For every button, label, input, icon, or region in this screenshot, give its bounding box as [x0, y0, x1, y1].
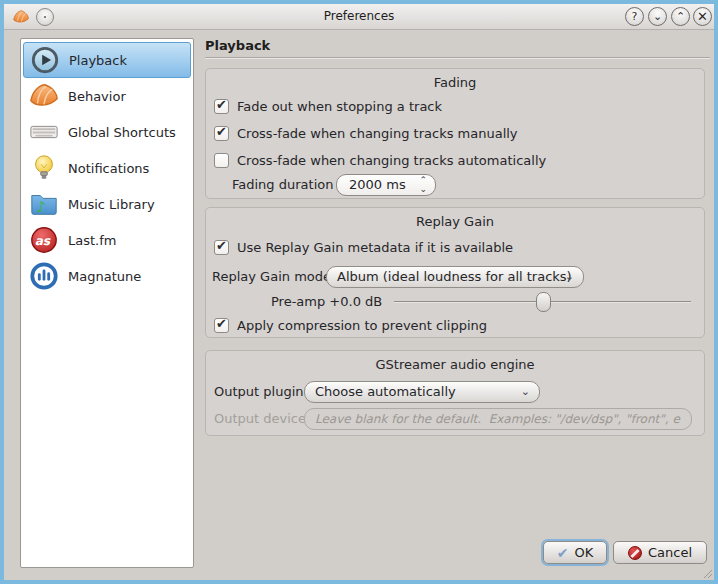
chevron-down-icon: ⌄: [521, 382, 530, 402]
crossfade-manual-label: Cross-fade when changing tracks manually: [237, 126, 518, 141]
compression-checkbox[interactable]: [214, 318, 229, 333]
sidebar-item-behavior[interactable]: Behavior: [23, 78, 191, 114]
replay-gain-group: Replay Gain Use Replay Gain metadata if …: [205, 207, 705, 338]
sidebar-item-label: Music Library: [68, 197, 155, 212]
replay-gain-group-title: Replay Gain: [206, 214, 704, 229]
sidebar-item-lastfm[interactable]: as Last.fm: [23, 222, 191, 258]
maximize-button[interactable]: ⌃: [671, 7, 690, 26]
cancel-button[interactable]: Cancel: [613, 541, 707, 564]
fading-duration-spinbox[interactable]: 2000 ms ⌃⌄: [336, 174, 436, 196]
crossfade-manual-checkbox-row[interactable]: Cross-fade when changing tracks manually: [214, 126, 518, 141]
minimize-button[interactable]: ⌄: [648, 7, 667, 26]
fade-out-checkbox[interactable]: [214, 99, 229, 114]
cancel-button-label: Cancel: [648, 545, 692, 560]
lastfm-icon: as: [29, 225, 59, 255]
fading-group-title: Fading: [206, 75, 704, 90]
resize-grip[interactable]: [704, 570, 712, 578]
sidebar-item-label: Magnatune: [68, 269, 141, 284]
replaygain-mode-combobox[interactable]: Album (ideal loudness for all tracks) ⌄: [326, 266, 584, 288]
output-plugin-combobox[interactable]: Choose automatically ⌄: [304, 381, 540, 403]
fading-duration-label: Fading duration: [232, 174, 333, 196]
crossfade-auto-checkbox[interactable]: [214, 153, 229, 168]
crossfade-auto-checkbox-row[interactable]: Cross-fade when changing tracks automati…: [214, 153, 546, 168]
replaygain-metadata-checkbox[interactable]: [214, 240, 229, 255]
output-plugin-label: Output plugin: [214, 381, 304, 403]
sidebar-item-playback[interactable]: Playback: [23, 42, 191, 78]
preamp-slider[interactable]: [394, 292, 691, 312]
replaygain-metadata-checkbox-row[interactable]: Use Replay Gain metadata if it is availa…: [214, 240, 513, 255]
fading-duration-value: 2000 ms: [349, 177, 406, 192]
window-title: Preferences: [4, 9, 714, 23]
sidebar-item-label: Playback: [69, 53, 127, 68]
output-plugin-value: Choose automatically: [315, 384, 456, 399]
output-device-label: Output device: [214, 408, 306, 430]
music-folder-icon: ♪: [29, 189, 59, 219]
gstreamer-group-title: GStreamer audio engine: [206, 357, 704, 372]
gstreamer-group: GStreamer audio engine Output plugin Cho…: [205, 350, 705, 436]
cancel-icon: [628, 546, 642, 560]
crossfade-manual-checkbox[interactable]: [214, 126, 229, 141]
fade-out-label: Fade out when stopping a track: [237, 99, 442, 114]
clementine-slice-icon: [29, 81, 59, 111]
heading-separator: [205, 57, 710, 59]
play-circle-icon: [30, 45, 60, 75]
ok-button-label: OK: [574, 545, 593, 560]
sidebar-item-label: Notifications: [68, 161, 149, 176]
fade-out-checkbox-row[interactable]: Fade out when stopping a track: [214, 99, 442, 114]
sidebar-item-label: Behavior: [68, 89, 126, 104]
sidebar-item-label: Global Shortcuts: [68, 125, 176, 140]
preamp-label: Pre-amp +0.0 dB: [271, 292, 382, 312]
magnatune-icon: [29, 261, 59, 291]
replaygain-mode-label: Replay Gain mode: [212, 266, 331, 288]
compression-checkbox-row[interactable]: Apply compression to prevent clipping: [214, 318, 487, 333]
close-button[interactable]: ✕: [693, 7, 712, 26]
preamp-slider-handle[interactable]: [536, 292, 551, 312]
svg-text:as: as: [35, 234, 51, 248]
lightbulb-icon: [29, 153, 59, 183]
preferences-dialog: Preferences ? ⌄ ⌃ ✕ Playback: [0, 0, 718, 584]
crossfade-auto-label: Cross-fade when changing tracks automati…: [237, 153, 546, 168]
sidebar-item-magnatune[interactable]: Magnatune: [23, 258, 191, 294]
compression-label: Apply compression to prevent clipping: [237, 318, 487, 333]
help-button[interactable]: ?: [625, 7, 644, 26]
sidebar-item-label: Last.fm: [68, 233, 116, 248]
spinner-arrows-icon[interactable]: ⌃⌄: [419, 176, 427, 194]
output-device-input[interactable]: [304, 408, 692, 430]
sidebar-item-music-library[interactable]: ♪ Music Library: [23, 186, 191, 222]
sidebar-item-notifications[interactable]: Notifications: [23, 150, 191, 186]
replaygain-metadata-label: Use Replay Gain metadata if it is availa…: [237, 240, 513, 255]
page-title: Playback: [205, 38, 270, 53]
category-sidebar: Playback Behavior Global: [20, 38, 194, 568]
svg-text:♪: ♪: [37, 198, 47, 216]
replaygain-mode-value: Album (ideal loudness for all tracks): [337, 269, 572, 284]
keyboard-icon: [29, 117, 59, 147]
fading-group: Fading Fade out when stopping a track Cr…: [205, 68, 705, 199]
check-icon: ✔: [557, 546, 569, 560]
chevron-down-icon: ⌄: [565, 267, 574, 287]
titlebar[interactable]: Preferences ? ⌄ ⌃ ✕: [4, 4, 714, 30]
ok-button[interactable]: ✔ OK: [543, 541, 607, 564]
sidebar-item-global-shortcuts[interactable]: Global Shortcuts: [23, 114, 191, 150]
